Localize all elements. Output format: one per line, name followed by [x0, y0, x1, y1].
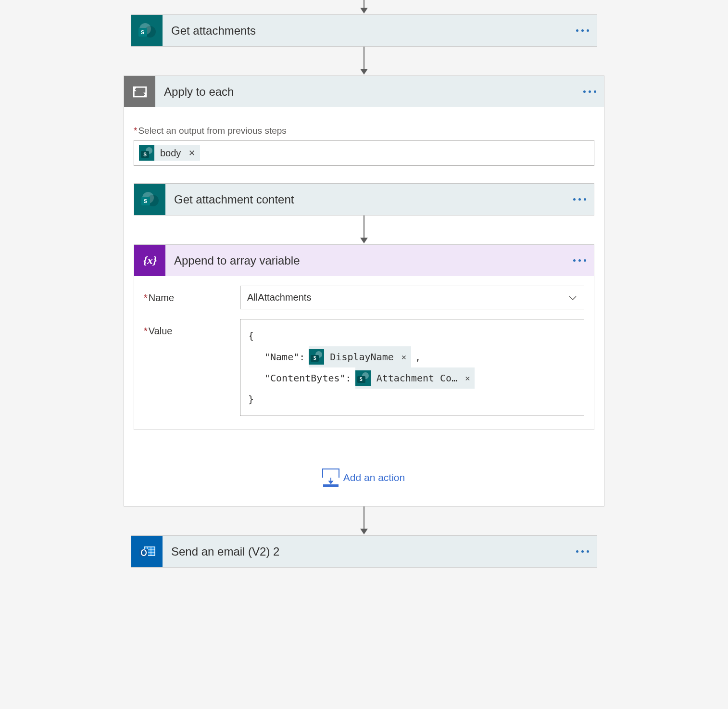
sharepoint-icon: S — [355, 370, 371, 386]
brace-open: { — [248, 325, 254, 346]
svg-marker-11 — [328, 481, 333, 484]
svg-marker-8 — [360, 238, 368, 243]
action-menu-button[interactable] — [565, 259, 594, 262]
select-output-field[interactable]: S body ✕ — [134, 140, 594, 166]
remove-token-button[interactable]: ✕ — [463, 367, 475, 389]
outlook-icon — [131, 536, 163, 567]
svg-marker-3 — [360, 69, 368, 75]
ellipsis-icon — [573, 198, 586, 201]
action-title: Get attachments — [163, 24, 568, 38]
token-label: Attachment Co… — [371, 367, 464, 389]
token-label: body — [154, 148, 187, 159]
ellipsis-icon — [583, 90, 596, 93]
action-menu-button[interactable] — [565, 198, 594, 201]
action-title: Send an email (V2) 2 — [163, 545, 568, 558]
svg-marker-13 — [360, 529, 368, 534]
container-menu-button[interactable] — [575, 90, 604, 93]
token-attachment-content[interactable]: S Attachment Co… ✕ — [355, 367, 475, 389]
container-title: Apply to each — [155, 85, 575, 99]
action-menu-button[interactable] — [568, 550, 597, 553]
action-get-attachment-content[interactable]: S Get attachment content — [134, 183, 594, 215]
arrow-down — [124, 506, 604, 535]
remove-token-button[interactable]: ✕ — [187, 148, 200, 158]
add-action-label: Add an action — [343, 472, 405, 483]
sharepoint-icon: S — [309, 349, 324, 365]
json-key: "ContentBytes": — [264, 367, 351, 389]
ellipsis-icon — [576, 550, 589, 553]
variable-icon: {x} — [134, 245, 165, 276]
brace-close: } — [248, 389, 254, 410]
svg-text:{x}: {x} — [143, 254, 157, 266]
json-comma: , — [415, 346, 421, 367]
chevron-down-icon — [568, 292, 577, 303]
name-value: AllAttachments — [247, 292, 311, 303]
token-displayname[interactable]: S DisplayName ✕ — [309, 346, 411, 367]
svg-marker-1 — [360, 8, 368, 13]
value-label: *Value — [144, 319, 240, 337]
sharepoint-icon: S — [139, 145, 154, 161]
action-title: Get attachment content — [165, 193, 565, 206]
action-title: Append to array variable — [165, 254, 565, 267]
apply-to-each-header[interactable]: Apply to each — [124, 76, 604, 107]
value-editor[interactable]: { "Name": S DisplayName ✕ , — [240, 319, 584, 416]
ellipsis-icon — [573, 259, 586, 262]
flow-canvas: S Get attachments — [124, 0, 604, 709]
select-output-label: *Select an output from previous steps — [134, 126, 594, 136]
append-header[interactable]: {x} Append to array variable — [134, 245, 594, 276]
loop-icon — [124, 76, 155, 107]
apply-to-each-container: Apply to each *Select an output from pre… — [124, 76, 604, 506]
action-get-attachments[interactable]: S Get attachments — [131, 14, 597, 47]
token-label: DisplayName — [324, 346, 399, 367]
token-body[interactable]: S body ✕ — [139, 145, 200, 161]
action-send-email[interactable]: Send an email (V2) 2 — [131, 535, 597, 568]
add-action-icon — [323, 468, 339, 487]
remove-token-button[interactable]: ✕ — [400, 346, 411, 367]
action-menu-button[interactable] — [568, 29, 597, 32]
sharepoint-icon: S — [134, 184, 165, 215]
arrow-down-in — [124, 0, 604, 14]
action-append-to-array: {x} Append to array variable *Name AllAt… — [134, 244, 594, 430]
name-dropdown[interactable]: AllAttachments — [240, 286, 584, 309]
add-action-button[interactable]: Add an action — [134, 468, 594, 487]
arrow-down — [134, 215, 594, 244]
sharepoint-icon: S — [131, 15, 163, 46]
ellipsis-icon — [576, 29, 589, 32]
arrow-down — [124, 47, 604, 76]
svg-rect-4 — [134, 87, 146, 97]
name-label: *Name — [144, 286, 240, 304]
json-key: "Name": — [264, 346, 305, 367]
